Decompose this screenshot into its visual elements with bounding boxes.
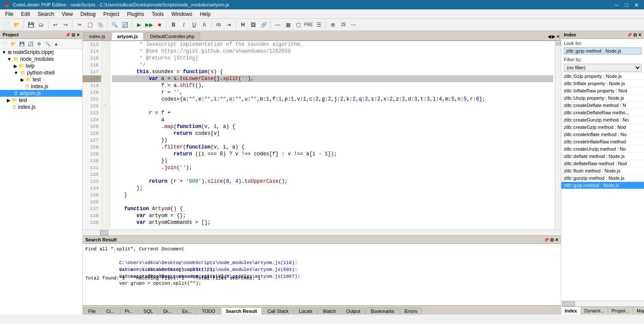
bottom-tab-bookmarks[interactable]: Bookmarks: [366, 307, 399, 315]
proj-filter-icon[interactable]: 🔍: [44, 40, 51, 48]
index-tab-map[interactable]: Map: [633, 307, 644, 315]
index-hscroll[interactable]: [561, 300, 644, 306]
index-item-deflate[interactable]: zlib::deflate method : Node.js: [561, 153, 644, 160]
bottom-tab-ex[interactable]: Ex...: [177, 307, 196, 315]
bottom-tab-call-stack[interactable]: Call Stack: [263, 307, 294, 315]
js-button[interactable]: JS: [338, 20, 348, 30]
proj-refresh-icon[interactable]: 🔄: [27, 40, 34, 48]
save-all-button[interactable]: 🗂: [36, 20, 46, 30]
menu-view[interactable]: View: [58, 10, 76, 18]
tab-prev-icon[interactable]: ◀: [548, 34, 551, 39]
redo-button[interactable]: ↪: [61, 20, 70, 30]
proj-open-icon[interactable]: 📂: [9, 40, 17, 48]
menu-windows[interactable]: Windows: [168, 10, 196, 18]
index-item-flush[interactable]: zlib::flush method : Node.js: [561, 167, 644, 175]
bottom-tab-errors[interactable]: Errors: [400, 307, 422, 315]
index-tab-proper[interactable]: Proper...: [608, 307, 633, 315]
menu-search[interactable]: Search: [34, 10, 57, 18]
find-button[interactable]: 🔍: [110, 20, 119, 30]
tree-item-test-sub[interactable]: ▶ 📁 test: [0, 76, 82, 83]
bottom-tab-sql[interactable]: SQL: [139, 307, 158, 315]
proj-new-icon[interactable]: 📄: [1, 40, 9, 48]
index-item-inflate-prop[interactable]: zlib::Inflate property : Node.js: [561, 80, 644, 87]
tree-item-nodescripts[interactable]: ▼ ⊞ nodeScripts.clpprj: [0, 49, 82, 56]
color-button[interactable]: A: [200, 20, 209, 30]
heading-button[interactable]: H: [238, 20, 248, 30]
more-button[interactable]: ⋯: [349, 20, 358, 30]
indent-button[interactable]: ⇥: [224, 20, 234, 30]
index-item-createunzip[interactable]: zlib::createUnzip method : No: [561, 146, 644, 153]
tab-artyom-js[interactable]: artyom.js: [111, 32, 144, 40]
bottom-tab-cl[interactable]: Cl...: [102, 307, 120, 315]
stop-button[interactable]: ■: [155, 20, 164, 30]
proj-up-icon[interactable]: ▲: [52, 40, 60, 48]
tab-close-icon[interactable]: ✕: [556, 34, 560, 39]
editor-hscroll[interactable]: [83, 229, 561, 235]
menu-plugins[interactable]: Plugins: [124, 10, 147, 18]
scroll-thumb[interactable]: [556, 42, 561, 45]
run-button[interactable]: ▶: [134, 20, 144, 30]
box-button[interactable]: ▢: [294, 20, 303, 30]
close-button[interactable]: ✕: [632, 2, 641, 8]
index-tab-index[interactable]: Index: [561, 307, 581, 315]
tree-item-test[interactable]: ▶ 📁 test: [0, 97, 82, 104]
cut-button[interactable]: ✂: [75, 20, 84, 30]
index-float-icon[interactable]: ⊟: [633, 33, 637, 37]
tree-item-index-js-root[interactable]: 🗒 index.js: [0, 104, 82, 110]
index-item-createdeflateraw[interactable]: zlib::createDeflateRaw metho...: [561, 109, 644, 116]
open-button[interactable]: 📂: [12, 20, 21, 30]
hscroll-thumb[interactable]: [100, 230, 108, 235]
sr-float-icon[interactable]: ⊟: [550, 238, 554, 242]
index-item-createinflate[interactable]: zlib::createInflate method : No: [561, 131, 644, 138]
tab-next-icon[interactable]: ▶: [552, 34, 555, 39]
menu-help[interactable]: Help: [197, 10, 214, 18]
sr-close-icon[interactable]: ✕: [555, 238, 558, 242]
index-item-unzip-prop[interactable]: zlib::Unzip property : Node.js: [561, 95, 644, 102]
index-controls[interactable]: 📌 ⊟ ✕: [627, 33, 641, 37]
code-area[interactable]: * Javascript implementation of the sound…: [110, 41, 555, 229]
index-item-creategzip[interactable]: zlib::createGzip method : Nod: [561, 124, 644, 131]
tab-index-js[interactable]: index.js: [84, 32, 111, 40]
bottom-tab-locals[interactable]: Locals: [294, 307, 318, 315]
list-button[interactable]: ☰: [314, 20, 323, 30]
bottom-tab-file[interactable]: File: [84, 307, 101, 315]
index-item-deflateraw[interactable]: zlib::deflateRaw method : Nod: [561, 160, 644, 167]
menu-file[interactable]: File: [2, 10, 17, 18]
index-item-gzip-method[interactable]: zlib::gzip method : Node.js: [561, 182, 644, 189]
tree-item-node-modules[interactable]: ▼ 📁 node_modules: [0, 56, 82, 62]
tree-item-lwip[interactable]: ▶ 📁 lwip: [0, 62, 82, 69]
menu-edit[interactable]: Edit: [18, 10, 33, 18]
tree-item-index-js-1[interactable]: 🗒 index.js: [0, 83, 82, 90]
underline-button[interactable]: U: [189, 20, 199, 30]
index-item-creategunzip[interactable]: zlib::createGunzip method : No: [561, 116, 644, 124]
proj-save-icon[interactable]: 💾: [18, 40, 26, 48]
minimize-button[interactable]: ─: [613, 2, 620, 8]
replace-button[interactable]: 🔄: [120, 20, 129, 30]
menu-debug[interactable]: Debug: [77, 10, 99, 18]
index-item-gunzip[interactable]: zlib::gunzip method : Node.js: [561, 175, 644, 182]
tree-item-artyom-js[interactable]: 🗒 artyom.js: [0, 90, 82, 97]
menu-tools[interactable]: Tools: [148, 10, 167, 18]
line-button[interactable]: —: [273, 20, 282, 30]
maximize-button[interactable]: □: [623, 2, 630, 8]
php-button[interactable]: ⊕: [328, 20, 338, 30]
image-button[interactable]: 🖼: [249, 20, 258, 30]
vertical-scrollbar[interactable]: [555, 41, 561, 229]
index-close-icon[interactable]: ✕: [638, 33, 641, 37]
proj-settings-icon[interactable]: ⚙: [35, 40, 43, 48]
bottom-tab-pr[interactable]: Pr...: [120, 307, 138, 315]
index-item-createinflateraw[interactable]: zlib::createInflateRaw method: [561, 138, 644, 146]
new-button[interactable]: 📄: [2, 20, 11, 30]
debug-button[interactable]: ▶▶: [144, 20, 154, 30]
nb-button[interactable]: nb: [214, 20, 223, 30]
bottom-tab-dr[interactable]: Dr...: [159, 307, 177, 315]
table-button[interactable]: ▦: [283, 20, 293, 30]
look-for-input[interactable]: [564, 48, 641, 54]
project-header-controls[interactable]: 📌 ⊟ ✕: [65, 33, 80, 37]
filter-select[interactable]: (no filter): [564, 64, 641, 71]
tabs-nav[interactable]: ◀ ▶ ✕: [548, 34, 560, 40]
paste-button[interactable]: 📎: [96, 20, 105, 30]
bottom-tab-todo[interactable]: TODO: [197, 307, 220, 315]
index-hscroll-thumb[interactable]: [562, 301, 575, 306]
copy-button[interactable]: 📋: [85, 20, 95, 30]
